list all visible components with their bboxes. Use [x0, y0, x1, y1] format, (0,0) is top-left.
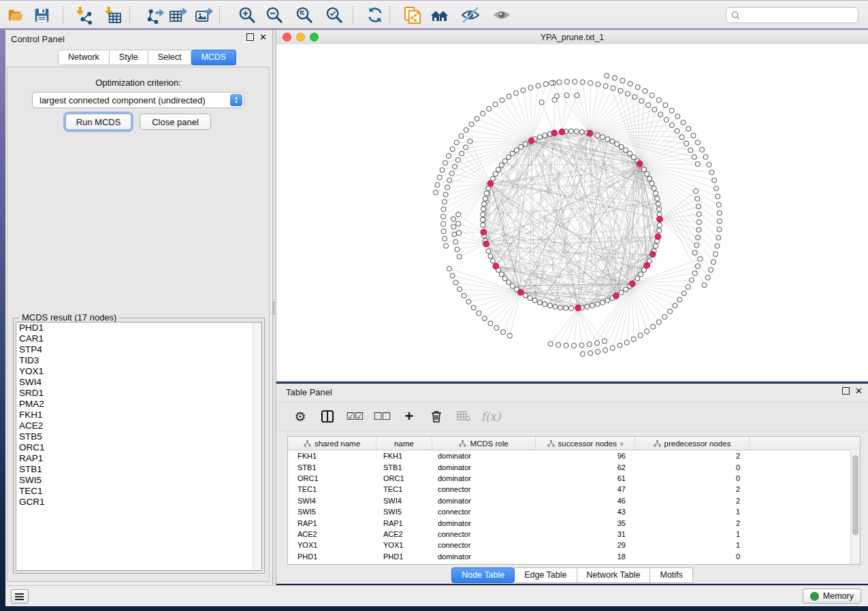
table-row[interactable]: TEC1 TEC1 connector 47 2 — [288, 484, 860, 495]
column-header[interactable]: name — [376, 437, 432, 450]
cell-name[interactable]: ACE2 — [376, 529, 432, 540]
mcds-result-item[interactable]: STB5 — [16, 431, 261, 442]
control-panel-tab[interactable]: MCDS — [191, 50, 236, 65]
mcds-result-item[interactable]: RAP1 — [16, 453, 261, 464]
cell-predecessor-nodes[interactable]: 1 — [635, 529, 750, 540]
close-window-icon[interactable] — [283, 33, 291, 42]
cell-shared-name[interactable]: PHD1 — [288, 551, 376, 562]
mcds-result-item[interactable]: YOX1 — [16, 366, 261, 377]
cell-mcds-role[interactable]: dominator — [432, 551, 536, 562]
table-row[interactable]: ORC1 ORC1 dominator 61 0 — [288, 473, 860, 484]
show-all-icon[interactable] — [492, 5, 512, 25]
refresh-icon[interactable] — [365, 5, 385, 25]
column-header[interactable]: shared name — [288, 437, 376, 450]
cell-mcds-role[interactable]: dominator — [432, 473, 536, 484]
criterion-dropdown[interactable]: largest connected component (undirected)… — [32, 92, 244, 108]
close-panel-icon[interactable]: ✕ — [259, 34, 267, 40]
column-header[interactable]: MCDS role — [432, 437, 536, 450]
export-network-icon[interactable] — [144, 5, 165, 25]
control-panel-tab[interactable]: Network — [58, 50, 110, 65]
table-scrollbar[interactable] — [850, 450, 860, 564]
mcds-result-item[interactable]: TID3 — [16, 355, 261, 366]
mcds-result-list[interactable]: PHD1CAR1STP4TID3YOX1SWI4SRD1PMA2FKH1ACE2… — [16, 322, 262, 571]
column-header[interactable]: successor nodes v — [536, 437, 635, 450]
network-canvas[interactable] — [276, 44, 868, 381]
mcds-result-item[interactable]: ORC1 — [16, 442, 261, 453]
cell-predecessor-nodes[interactable]: 0 — [635, 473, 750, 484]
cell-successor-nodes[interactable]: 62 — [536, 461, 635, 472]
run-mcds-button[interactable]: Run MCDS — [65, 114, 131, 130]
mcds-result-item[interactable]: ACE2 — [16, 420, 261, 431]
table-row[interactable]: YOX1 YOX1 connector 29 1 — [288, 540, 860, 550]
mcds-result-item[interactable]: FKH1 — [16, 410, 261, 420]
minimize-window-icon[interactable] — [296, 33, 305, 42]
mcds-result-item[interactable]: PHD1 — [16, 323, 261, 333]
cell-mcds-role[interactable]: connector — [432, 506, 536, 517]
table-row[interactable]: RAP1 RAP1 dominator 35 2 — [288, 517, 860, 528]
memory-button[interactable]: Memory — [803, 589, 861, 604]
mcds-result-item[interactable]: SRD1 — [16, 388, 261, 399]
select-all-checkboxes-icon[interactable]: ☑☑ — [346, 408, 364, 425]
mcds-result-item[interactable]: SWI4 — [16, 377, 261, 388]
column-header[interactable]: predecessor nodes — [635, 437, 750, 450]
cell-predecessor-nodes[interactable]: 1 — [635, 540, 750, 550]
task-history-button[interactable] — [11, 589, 29, 604]
deselect-all-checkboxes-icon[interactable]: ☐☐ — [373, 408, 391, 425]
cell-name[interactable]: TEC1 — [376, 484, 432, 495]
search-input[interactable] — [726, 7, 858, 23]
settings-gear-icon[interactable]: ⚙ — [291, 408, 309, 425]
control-panel-tab[interactable]: Style — [110, 50, 148, 65]
cell-predecessor-nodes[interactable]: 2 — [635, 495, 750, 506]
close-panel-button[interactable]: Close panel — [140, 114, 211, 130]
table-row[interactable]: SWI5 SWI5 connector 43 1 — [288, 506, 860, 517]
add-column-icon[interactable]: + — [400, 408, 418, 425]
cell-predecessor-nodes[interactable]: 0 — [635, 551, 750, 562]
cell-name[interactable]: STB1 — [376, 461, 432, 472]
network-graph[interactable] — [276, 44, 868, 382]
table-row[interactable]: ACE2 ACE2 connector 31 1 — [288, 529, 860, 540]
network-window-titlebar[interactable]: YPA_prune.txt_1 — [276, 30, 868, 45]
export-table-icon[interactable] — [167, 5, 188, 25]
float-panel-icon[interactable] — [842, 387, 850, 395]
cell-successor-nodes[interactable]: 35 — [536, 517, 635, 528]
export-image-icon[interactable] — [193, 5, 214, 25]
first-neighbors-icon[interactable] — [429, 5, 449, 25]
cell-shared-name[interactable]: TEC1 — [288, 484, 376, 495]
import-network-icon[interactable] — [74, 5, 94, 25]
table-row[interactable]: STB1 STB1 dominator 62 0 — [288, 461, 860, 472]
table-tab[interactable]: Network Table — [577, 567, 651, 583]
cell-name[interactable]: FKH1 — [376, 450, 432, 461]
cell-mcds-role[interactable]: dominator — [432, 495, 536, 506]
cell-name[interactable]: YOX1 — [376, 540, 432, 550]
mcds-result-item[interactable]: TEC1 — [16, 486, 261, 497]
table-tab[interactable]: Edge Table — [515, 567, 577, 583]
mcds-result-item[interactable]: PMA2 — [16, 399, 261, 410]
zoom-out-icon[interactable] — [264, 5, 285, 25]
zoom-fit-icon[interactable] — [294, 5, 315, 25]
scrollbar-thumb[interactable] — [852, 455, 858, 535]
cell-mcds-role[interactable]: connector — [432, 484, 536, 495]
cell-predecessor-nodes[interactable]: 0 — [635, 461, 750, 472]
cell-shared-name[interactable]: SWI4 — [288, 495, 376, 506]
cell-shared-name[interactable]: SWI5 — [288, 506, 376, 517]
zoom-selected-icon[interactable] — [324, 5, 344, 25]
sort-indicator-icon[interactable]: v — [620, 440, 624, 447]
zoom-in-icon[interactable] — [237, 5, 257, 25]
cell-predecessor-nodes[interactable]: 2 — [635, 450, 750, 461]
cell-predecessor-nodes[interactable]: 2 — [635, 517, 750, 528]
cell-successor-nodes[interactable]: 61 — [536, 473, 635, 484]
cell-name[interactable]: PHD1 — [376, 551, 432, 562]
open-file-icon[interactable] — [5, 5, 26, 25]
table-tab[interactable]: Motifs — [650, 567, 692, 583]
cell-mcds-role[interactable]: dominator — [432, 450, 536, 461]
cell-mcds-role[interactable]: dominator — [432, 517, 536, 528]
table-row[interactable]: FKH1 FKH1 dominator 96 2 — [288, 450, 860, 461]
cell-name[interactable]: SWI5 — [376, 506, 432, 517]
cell-mcds-role[interactable]: dominator — [432, 461, 536, 472]
cell-successor-nodes[interactable]: 31 — [536, 529, 635, 540]
search-field[interactable] — [743, 10, 848, 20]
cell-shared-name[interactable]: RAP1 — [288, 517, 376, 528]
delete-column-icon[interactable] — [428, 408, 445, 425]
cell-shared-name[interactable]: STB1 — [288, 461, 376, 472]
mcds-result-item[interactable]: STB1 — [16, 464, 261, 475]
